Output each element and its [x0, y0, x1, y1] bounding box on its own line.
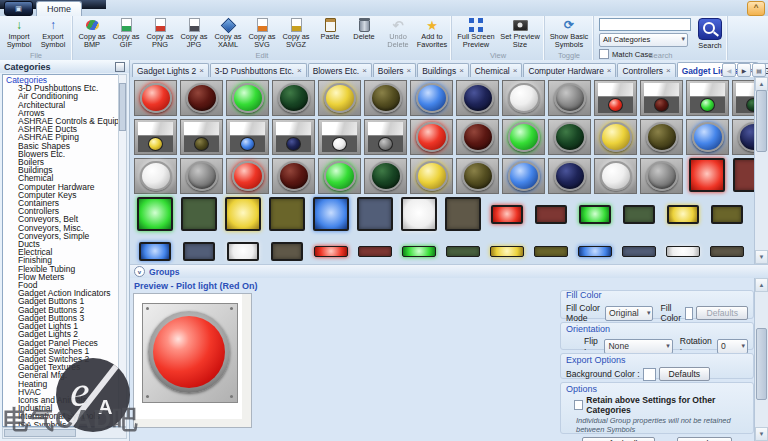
symbol-thumbnail-white-off[interactable] [706, 234, 747, 267]
symbol-thumbnail-green-off[interactable] [618, 197, 659, 231]
symbol-thumbnail-yellow-on[interactable] [410, 158, 453, 194]
pin-icon[interactable] [115, 62, 125, 72]
symbol-thumbnail-white-on[interactable] [398, 197, 439, 231]
symbol-thumbnail-green-on[interactable] [318, 158, 361, 194]
symbol-thumbnail-yellow-off[interactable] [180, 119, 223, 155]
panel-scrollbar-thumb[interactable] [756, 328, 767, 400]
fill-color-defaults-button[interactable]: Defaults [696, 306, 748, 320]
tab-scroll-right-button[interactable]: ▶ [737, 63, 751, 77]
symbol-thumbnail-blue-on[interactable] [134, 234, 175, 267]
symbol-thumbnail-white-off[interactable] [364, 119, 407, 155]
symbol-thumbnail-white-on[interactable] [318, 119, 361, 155]
tab-boilers[interactable]: Boilers× [373, 63, 416, 78]
symbol-thumbnail-green-on[interactable] [226, 80, 269, 116]
tab-chemical[interactable]: Chemical× [470, 63, 523, 78]
symbol-thumbnail-red-on[interactable] [134, 80, 177, 116]
symbol-thumbnail-blue-on[interactable] [686, 119, 729, 155]
symbol-thumbnail-red-on[interactable] [486, 197, 527, 231]
symbol-thumbnail-red-off[interactable] [272, 158, 315, 194]
search-button[interactable]: Search [698, 18, 722, 50]
delete-button[interactable]: Delete [347, 17, 381, 41]
symbol-thumbnail-yellow-on[interactable] [222, 197, 263, 231]
symbol-thumbnail-white-on[interactable] [594, 158, 637, 194]
symbol-thumbnail-yellow-off[interactable] [706, 197, 747, 231]
symbol-thumbnail-blue-on[interactable] [410, 80, 453, 116]
symbol-thumbnail-red-off[interactable] [456, 119, 499, 155]
fill-color-mode-dropdown[interactable]: Original [605, 306, 653, 321]
show-basic-symbols-button[interactable]: ⟳Show Basic Symbols [547, 17, 591, 49]
search-input[interactable] [599, 18, 691, 31]
symbol-thumbnail-white-on[interactable] [662, 234, 703, 267]
fill-color-swatch[interactable] [685, 307, 694, 320]
tab-3-d-pushbuttons-etc[interactable]: 3-D Pushbuttons Etc.× [210, 63, 307, 78]
symbol-thumbnail-green-on[interactable] [502, 119, 545, 155]
tab-controllers[interactable]: Controllers× [617, 63, 675, 78]
symbol-thumbnail-red-on[interactable] [410, 119, 453, 155]
tab-computer-hardware[interactable]: Computer Hardware× [523, 63, 616, 78]
panel-scroll-down-icon[interactable]: ▼ [755, 427, 768, 441]
symbol-thumbnail-green-off[interactable] [732, 80, 755, 116]
background-color-swatch[interactable] [643, 368, 656, 381]
groups-collapse-icon[interactable]: v [134, 266, 145, 277]
symbol-thumbnail-blue-on[interactable] [502, 158, 545, 194]
symbol-thumbnail-green-on[interactable] [574, 197, 615, 231]
close-icon[interactable]: × [199, 66, 204, 75]
undo-delete-button[interactable]: ↶Undo Delete [381, 17, 415, 49]
symbol-thumbnail-blue-on[interactable] [310, 197, 351, 231]
copy-as-png-button[interactable]: Copy as PNG [143, 17, 177, 49]
full-screen-preview-button[interactable]: Full Screen Preview [454, 17, 498, 49]
export-defaults-button[interactable]: Defaults [659, 367, 711, 381]
symbol-thumbnail-blue-off[interactable] [354, 197, 395, 231]
close-icon[interactable]: × [513, 66, 518, 75]
rotation-dropdown[interactable]: 0 [717, 339, 748, 354]
symbol-thumbnail-white-off[interactable] [180, 158, 223, 194]
default-all-button[interactable]: Default All [582, 437, 655, 441]
symbol-thumbnail-yellow-off[interactable] [640, 119, 683, 155]
tab-list-button[interactable]: ▤ [752, 63, 766, 77]
grid-scroll-up-icon[interactable]: ▲ [755, 77, 768, 91]
groups-bar[interactable]: v Groups [130, 264, 768, 279]
symbol-thumbnail-blue-off[interactable] [272, 119, 315, 155]
symbol-thumbnail-green-on[interactable] [134, 197, 175, 231]
symbol-thumbnail-white-on[interactable] [222, 234, 263, 267]
tab-buildings[interactable]: Buildings× [417, 63, 469, 78]
symbol-thumbnail-blue-off[interactable] [618, 234, 659, 267]
ribbon-collapse-button[interactable]: ^ [747, 1, 765, 16]
symbol-thumbnail-green-on[interactable] [686, 80, 729, 116]
tab-blowers-etc[interactable]: Blowers Etc.× [308, 63, 372, 78]
close-icon[interactable]: × [459, 66, 464, 75]
panel-vertical-scrollbar[interactable]: ▲ ▼ [754, 278, 768, 441]
symbol-thumbnail-green-off[interactable] [442, 234, 483, 267]
panel-scroll-up-icon[interactable]: ▲ [755, 278, 768, 292]
symbol-thumbnail-white-on[interactable] [134, 158, 177, 194]
symbol-thumbnail-red-on[interactable] [226, 158, 269, 194]
symbol-thumbnail-red-on[interactable] [310, 234, 351, 267]
help-button[interactable]: Help [677, 437, 733, 441]
symbol-thumbnail-blue-on[interactable] [226, 119, 269, 155]
symbol-thumbnail-white-off[interactable] [266, 234, 307, 267]
symbol-thumbnail-blue-off[interactable] [548, 158, 591, 194]
symbol-thumbnail-red-off[interactable] [730, 158, 755, 192]
symbol-thumbnail-yellow-on[interactable] [594, 119, 637, 155]
symbol-thumbnail-yellow-on[interactable] [318, 80, 361, 116]
close-icon[interactable]: × [666, 66, 671, 75]
symbol-thumbnail-green-off[interactable] [548, 119, 591, 155]
symbol-thumbnail-yellow-on[interactable] [134, 119, 177, 155]
tab-home[interactable]: Home [36, 1, 82, 17]
symbol-thumbnail-white-off[interactable] [442, 197, 483, 231]
symbol-thumbnail-red-off[interactable] [640, 80, 683, 116]
add-to-favorites-button[interactable]: ★Add to Favorites [415, 17, 449, 49]
symbol-thumbnail-red-off[interactable] [180, 80, 223, 116]
symbol-thumbnail-blue-off[interactable] [456, 80, 499, 116]
symbol-thumbnail-red-on[interactable] [686, 158, 727, 192]
symbol-thumbnail-white-off[interactable] [640, 158, 683, 194]
copy-as-jpg-button[interactable]: Copy as JPG [177, 17, 211, 49]
symbol-thumbnail-yellow-on[interactable] [486, 234, 527, 267]
symbol-thumbnail-blue-off[interactable] [178, 234, 219, 267]
symbol-thumbnail-yellow-on[interactable] [662, 197, 703, 231]
grid-scroll-down-icon[interactable]: ▼ [755, 250, 768, 264]
copy-as-xaml-button[interactable]: Copy as XAML [211, 17, 245, 49]
set-preview-size-button[interactable]: Set Preview Size [498, 17, 542, 49]
copy-as-svgz-button[interactable]: Copy as SVGZ [279, 17, 313, 49]
symbol-thumbnail-yellow-off[interactable] [266, 197, 307, 231]
